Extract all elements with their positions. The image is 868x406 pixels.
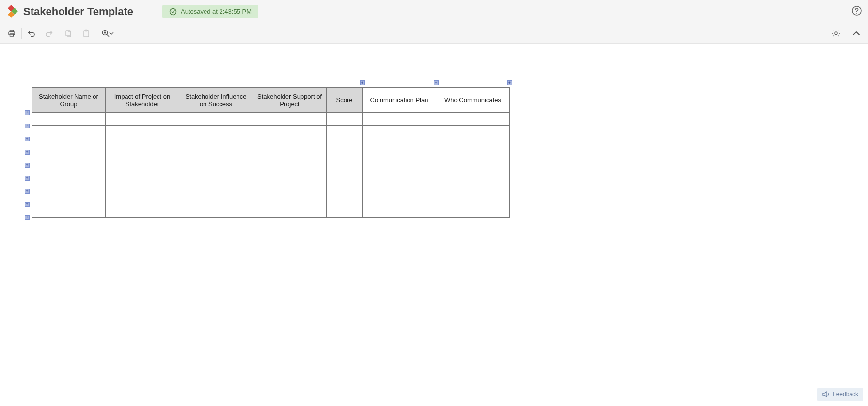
table-cell[interactable] — [106, 204, 179, 218]
table-cell[interactable] — [106, 126, 179, 139]
table-cell[interactable] — [327, 152, 363, 165]
table-cell[interactable] — [363, 165, 436, 178]
table-cell[interactable] — [327, 204, 363, 218]
table-cell[interactable] — [253, 204, 327, 218]
help-button[interactable] — [852, 5, 862, 17]
table-cell[interactable] — [253, 113, 327, 126]
table-cell[interactable] — [253, 126, 327, 139]
print-button[interactable] — [3, 25, 20, 42]
table-cell[interactable] — [363, 191, 436, 204]
table-cell[interactable] — [106, 152, 179, 165]
collapse-toolbar-button[interactable] — [848, 25, 865, 42]
add-row-handle[interactable]: + — [25, 137, 30, 141]
autosave-text: Autosaved at 2:43:55 PM — [181, 8, 252, 15]
table-cell[interactable] — [253, 152, 327, 165]
table-cell[interactable] — [436, 113, 510, 126]
table-cell[interactable] — [179, 191, 253, 204]
table-cell[interactable] — [436, 191, 510, 204]
table-cell[interactable] — [106, 113, 179, 126]
table-cell[interactable] — [327, 191, 363, 204]
zoom-button[interactable] — [99, 25, 116, 42]
column-header[interactable]: Stakeholder Support of Project — [253, 88, 327, 113]
table-cell[interactable] — [179, 152, 253, 165]
table-cell[interactable] — [253, 139, 327, 152]
table-cell[interactable] — [436, 126, 510, 139]
add-row-handle[interactable]: + — [25, 176, 30, 181]
table-cell[interactable] — [327, 139, 363, 152]
table-cell[interactable] — [327, 113, 363, 126]
table-cell[interactable] — [179, 165, 253, 178]
table-cell[interactable] — [32, 152, 106, 165]
table-cell[interactable] — [436, 139, 510, 152]
add-column-handle[interactable]: + — [360, 80, 365, 85]
table-cell[interactable] — [32, 178, 106, 191]
page-title: Stakeholder Template — [23, 5, 133, 18]
svg-line-10 — [107, 34, 109, 36]
table-cell[interactable] — [179, 139, 253, 152]
column-header[interactable]: Stakeholder Name or Group — [32, 88, 106, 113]
app-logo — [6, 6, 17, 17]
add-row-handle[interactable]: + — [25, 202, 30, 207]
table-cell[interactable] — [179, 178, 253, 191]
table-cell[interactable] — [32, 204, 106, 218]
table-row — [32, 178, 510, 191]
table-cell[interactable] — [106, 139, 179, 152]
column-header[interactable]: Impact of Project on Stakeholder — [106, 88, 179, 113]
add-column-handle[interactable]: + — [434, 80, 439, 85]
table-cell[interactable] — [363, 113, 436, 126]
table-cell[interactable] — [32, 113, 106, 126]
add-row-handle[interactable]: + — [25, 189, 30, 194]
table-cell[interactable] — [179, 113, 253, 126]
table-cell[interactable] — [363, 178, 436, 191]
table-cell[interactable] — [253, 191, 327, 204]
redo-button[interactable] — [40, 25, 58, 42]
table-cell[interactable] — [363, 126, 436, 139]
gear-icon — [831, 29, 841, 38]
table-cell[interactable] — [32, 139, 106, 152]
table-row — [32, 139, 510, 152]
table-cell[interactable] — [106, 191, 179, 204]
help-icon — [852, 5, 862, 16]
undo-button[interactable] — [23, 25, 40, 42]
table-cell[interactable] — [327, 178, 363, 191]
table-cell[interactable] — [327, 126, 363, 139]
table-cell[interactable] — [253, 165, 327, 178]
svg-rect-6 — [66, 31, 70, 36]
table-cell[interactable] — [436, 165, 510, 178]
paste-icon — [82, 29, 91, 38]
table-cell[interactable] — [253, 178, 327, 191]
column-header[interactable]: Who Communicates — [436, 88, 510, 113]
table-cell[interactable] — [179, 126, 253, 139]
chevron-up-icon — [852, 29, 861, 38]
table-cell[interactable] — [327, 165, 363, 178]
paste-button[interactable] — [78, 25, 95, 42]
table-cell[interactable] — [363, 139, 436, 152]
column-header[interactable]: Communication Plan — [363, 88, 436, 113]
table-cell[interactable] — [32, 126, 106, 139]
table-cell[interactable] — [436, 152, 510, 165]
copy-button[interactable] — [60, 25, 78, 42]
settings-button[interactable] — [827, 25, 845, 42]
add-row-handle[interactable]: + — [25, 110, 30, 115]
table-cell[interactable] — [32, 191, 106, 204]
table-cell[interactable] — [106, 178, 179, 191]
check-circle-icon — [169, 8, 177, 16]
add-row-handle[interactable]: + — [25, 163, 30, 168]
table-cell[interactable] — [179, 204, 253, 218]
svg-rect-3 — [9, 32, 15, 35]
table-cell[interactable] — [436, 178, 510, 191]
table-cell[interactable] — [436, 204, 510, 218]
table-cell[interactable] — [363, 204, 436, 218]
table-cell[interactable] — [363, 152, 436, 165]
add-row-handle[interactable]: + — [25, 150, 30, 155]
stakeholder-table[interactable]: Stakeholder Name or GroupImpact of Proje… — [32, 87, 510, 218]
table-cell[interactable] — [106, 165, 179, 178]
add-column-handle[interactable]: + — [507, 80, 512, 85]
column-header[interactable]: Score — [327, 88, 363, 113]
canvas-area[interactable]: ++++++++++++ Stakeholder Name or GroupIm… — [0, 44, 868, 334]
column-header[interactable]: Stakeholder Influence on Success — [179, 88, 253, 113]
add-row-handle[interactable]: + — [25, 124, 30, 128]
table-cell[interactable] — [32, 165, 106, 178]
svg-point-2 — [856, 13, 857, 14]
add-row-handle[interactable]: + — [25, 215, 30, 220]
